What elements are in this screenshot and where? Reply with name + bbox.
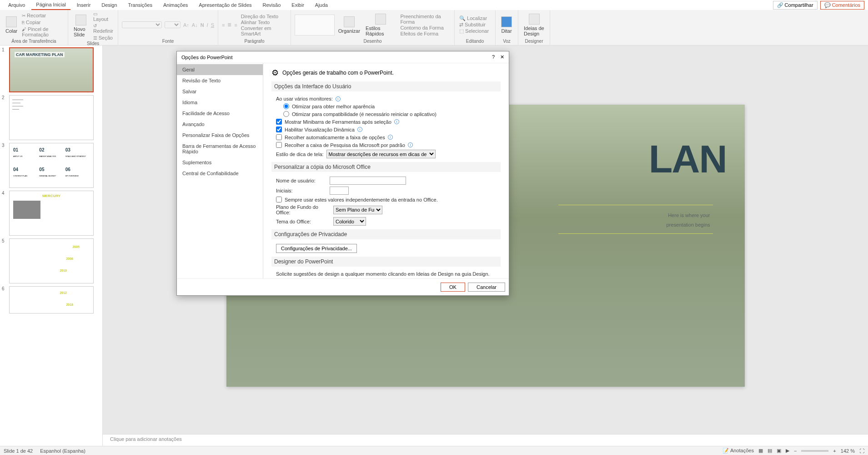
text-direction-button[interactable]: Direção do Texto — [241, 14, 286, 19]
info-icon[interactable]: i — [394, 119, 399, 124]
arrange-button[interactable]: Organizar — [336, 15, 362, 35]
slide-title-text[interactable]: LAN — [649, 136, 727, 182]
shapes-gallery[interactable] — [295, 15, 335, 35]
check-searchbox[interactable] — [276, 142, 282, 148]
tab-exibir[interactable]: Exibir — [287, 0, 309, 10]
slide-subtitle-text[interactable]: Here is where yourpresentation begins — [558, 205, 713, 234]
check-collapse[interactable] — [276, 134, 282, 140]
tooltip-style-select[interactable]: Mostrar descrições de recursos em dicas … — [326, 150, 436, 158]
font-family-select[interactable] — [122, 21, 162, 28]
theme-select[interactable]: Colorido — [333, 217, 366, 226]
layout-button[interactable]: ▭ Layout — [92, 11, 114, 22]
increase-font-icon[interactable]: A↑ — [183, 22, 189, 28]
zoom-level[interactable]: 142 % — [841, 448, 855, 454]
slide-thumbnail-1[interactable]: CAR MARKETING PLAN — [9, 47, 94, 92]
zoom-out-icon[interactable]: − — [794, 448, 797, 454]
sorter-view-icon[interactable]: ▤ — [768, 448, 772, 454]
background-select[interactable]: Sem Plano de Fundo — [333, 206, 382, 214]
check-minibar[interactable] — [276, 119, 282, 125]
slide-thumbnail-6[interactable]: 2012 2018 — [9, 286, 94, 313]
copy-button[interactable]: ⎘ Copiar — [21, 19, 64, 25]
nav-geral[interactable]: Geral — [177, 64, 263, 75]
nav-facilidade[interactable]: Facilidade de Acesso — [177, 108, 263, 119]
info-icon[interactable]: i — [357, 127, 362, 132]
nav-suplementos[interactable]: Suplementos — [177, 157, 263, 168]
cut-button[interactable]: ✂ Recortar — [21, 12, 64, 19]
tab-transicoes[interactable]: Transições — [124, 0, 157, 10]
notes-label: Anotações — [730, 448, 754, 453]
italic-icon[interactable]: I — [207, 22, 208, 28]
tab-design[interactable]: Design — [97, 0, 121, 10]
font-size-select[interactable] — [165, 21, 181, 28]
nav-barra[interactable]: Barra de Ferramentas de Acesso Rápido — [177, 141, 263, 157]
section-button[interactable]: ☰ Seção — [92, 35, 114, 41]
shape-outline-button[interactable]: Contorno da Forma — [400, 25, 450, 30]
tab-pagina-inicial[interactable]: Página Inicial — [31, 0, 70, 10]
align-text-button[interactable]: Alinhar Texto — [241, 20, 286, 25]
dictate-button[interactable]: Ditar — [499, 15, 514, 35]
help-icon[interactable]: ? — [492, 54, 495, 60]
fit-to-window-icon[interactable]: ⛶ — [859, 448, 864, 454]
tab-revisao[interactable]: Revisão — [258, 0, 286, 10]
tab-arquivo[interactable]: Arquivo — [4, 0, 30, 10]
zoom-in-icon[interactable]: + — [833, 448, 836, 454]
align-left-icon[interactable]: ≡ — [234, 22, 237, 28]
comments-button[interactable]: 💬 Comentários — [820, 1, 864, 10]
bullets-icon[interactable]: ≡ — [222, 22, 225, 28]
decrease-font-icon[interactable]: A↓ — [192, 22, 198, 28]
share-button[interactable]: 🔗 Compartilhar — [773, 1, 818, 10]
info-icon[interactable]: i — [388, 135, 393, 140]
info-icon[interactable]: i — [336, 96, 341, 101]
radio-compat[interactable] — [283, 111, 289, 117]
ok-button[interactable]: OK — [441, 283, 465, 292]
nav-idioma[interactable]: Idioma — [177, 97, 263, 108]
shape-fill-button[interactable]: Preenchimento da Forma — [400, 14, 450, 25]
slide-thumbnail-4[interactable]: MERCURY — [9, 191, 94, 236]
bold-icon[interactable]: N — [201, 22, 204, 28]
nav-personalizar[interactable]: Personalizar Faixa de Opções — [177, 130, 263, 141]
initials-input[interactable] — [330, 187, 349, 195]
check-always[interactable] — [276, 197, 282, 202]
tab-animacoes[interactable]: Animações — [159, 0, 192, 10]
replace-button[interactable]: ⇄ Substituir — [459, 22, 489, 28]
smartart-button[interactable]: Converter em SmartArt — [241, 25, 286, 36]
paste-button[interactable]: Colar — [4, 15, 19, 35]
design-ideas-button[interactable]: Ideias de Design — [522, 13, 546, 37]
normal-view-icon[interactable]: ▦ — [758, 448, 763, 454]
slide-thumbnail-2[interactable]: ━━━━━━━━━━━━━━━━━━━━━━━━━━━ — [9, 95, 94, 140]
shape-effects-button[interactable]: Efeitos de Forma — [400, 31, 450, 36]
group-voice-label: Voz — [499, 39, 514, 44]
check-livepreview[interactable] — [276, 126, 282, 132]
notes-toggle[interactable]: 📝 Anotações — [722, 448, 753, 454]
nav-revisao[interactable]: Revisão de Texto — [177, 75, 263, 86]
notes-pane[interactable]: Clique para adicionar anotações — [103, 434, 868, 446]
nav-salvar[interactable]: Salvar — [177, 86, 263, 97]
quick-styles-button[interactable]: Estilos Rápidos — [364, 13, 397, 37]
slide-thumbnails-panel[interactable]: 1 CAR MARKETING PLAN 2 ━━━━━━━━━━━━━━━━━… — [0, 46, 103, 446]
close-icon[interactable]: ✕ — [500, 54, 504, 60]
radio-aparencia[interactable] — [283, 103, 289, 109]
zoom-slider[interactable] — [801, 450, 828, 452]
tab-apresentacao[interactable]: Apresentação de Slides — [194, 0, 256, 10]
username-input[interactable] — [330, 177, 406, 185]
underline-icon[interactable]: S — [211, 22, 214, 28]
reading-view-icon[interactable]: ▣ — [777, 448, 781, 454]
new-slide-button[interactable]: Novo Slide — [72, 14, 90, 38]
find-button[interactable]: 🔍 Localizar — [459, 15, 489, 21]
reset-button[interactable]: ↺ Redefinir — [92, 23, 114, 34]
slide-thumbnail-5[interactable]: 2005 2008 2010 — [9, 238, 94, 283]
privacy-settings-button[interactable]: Configurações de Privacidade... — [276, 244, 357, 253]
select-button[interactable]: ⬚ Selecionar — [459, 28, 489, 34]
tab-inserir[interactable]: Inserir — [72, 0, 95, 10]
numbering-icon[interactable]: ≣ — [227, 22, 231, 28]
nav-avancado[interactable]: Avançado — [177, 119, 263, 130]
info-icon[interactable]: i — [408, 142, 413, 147]
slide-thumbnail-3[interactable]: 01ABOUT US 02MARKET ANALYSIS 03GOALS AND… — [9, 143, 94, 188]
dialog-nav: Geral Revisão de Texto Salvar Idioma Fac… — [177, 63, 263, 278]
format-painter-button[interactable]: 🖌 Pincel de Formatação — [21, 26, 64, 38]
nav-central[interactable]: Central de Confiabilidade — [177, 168, 263, 179]
slideshow-view-icon[interactable]: ▶ — [786, 448, 789, 454]
tab-ajuda[interactable]: Ajuda — [311, 0, 332, 10]
language-indicator[interactable]: Espanhol (Espanha) — [40, 448, 85, 454]
cancel-button[interactable]: Cancelar — [468, 283, 505, 292]
